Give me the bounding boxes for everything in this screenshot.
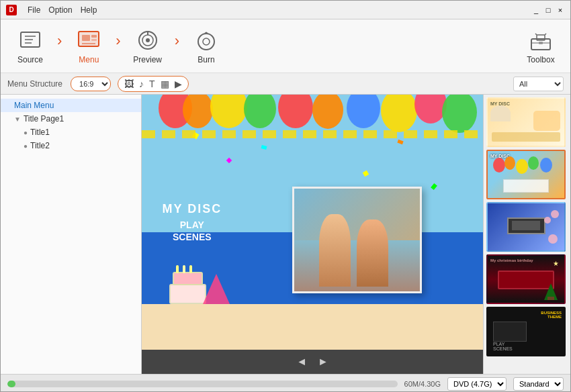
dot-2: ●	[24, 142, 28, 150]
theme-filter-select[interactable]: All Party Holiday Business	[513, 77, 564, 91]
music-icon[interactable]: ♪	[138, 78, 144, 90]
menu-step-label: Menu	[79, 55, 99, 64]
main-content: Main Menu ▼ Title Page1 ● Title1 ● Title…	[1, 95, 570, 374]
text-icon[interactable]: T	[148, 78, 156, 90]
svg-point-12	[146, 38, 150, 42]
preview-play-icon[interactable]: ▶	[174, 78, 183, 90]
arrow-1: ›	[56, 32, 63, 50]
theme-1[interactable]: MY DISC	[486, 97, 566, 147]
svg-point-14	[198, 34, 214, 50]
theme-3[interactable]	[486, 202, 566, 252]
tree-title-page1[interactable]: ▼ Title Page1	[1, 112, 141, 126]
preview-canvas: MY DISC PLAYSCENES	[142, 95, 483, 350]
source-icon	[18, 28, 42, 52]
svg-rect-6	[82, 35, 90, 41]
image-icon[interactable]: 🖼	[124, 78, 134, 90]
toolbox-label: Toolbox	[527, 55, 554, 64]
toolbox-button[interactable]: Toolbox	[518, 23, 564, 70]
svg-line-21	[545, 34, 546, 35]
expand-icon-1: ▼	[14, 115, 21, 123]
theme-4[interactable]: My christmas birthday ★	[486, 254, 566, 304]
title-page1-label: Title Page1	[24, 114, 64, 124]
dot-1: ●	[24, 129, 28, 136]
close-button[interactable]: ×	[556, 5, 565, 15]
title-bar-left: D File Option Help	[6, 5, 97, 15]
menu-structure-label: Menu Structure	[7, 79, 62, 89]
menu-help[interactable]: Help	[81, 5, 97, 15]
menu-option[interactable]: Option	[48, 5, 72, 15]
tree-title1[interactable]: ● Title1	[1, 126, 141, 139]
theme-5[interactable]: BUSINESSTHEME PLAYSCENES	[486, 307, 566, 356]
menu-bar: File Option Help	[28, 5, 97, 15]
title2-label: Title2	[30, 141, 50, 150]
main-menu-label: Main Menu	[14, 101, 54, 110]
source-button[interactable]: Source	[7, 23, 53, 70]
play-scenes-text: PLAYSCENES	[162, 219, 222, 243]
next-button[interactable]: ►	[318, 356, 328, 368]
source-label: Source	[17, 55, 43, 64]
disc-title-text: MY DISC	[162, 202, 222, 216]
layout-icon[interactable]: ▦	[160, 78, 170, 90]
title1-label: Title1	[30, 128, 50, 137]
progress-bar	[7, 381, 398, 387]
menu-step-button[interactable]: Menu	[66, 23, 112, 70]
svg-rect-8	[91, 39, 97, 41]
quality-select[interactable]: Standard High Low	[513, 377, 564, 391]
tree-title2[interactable]: ● Title2	[1, 139, 141, 152]
svg-rect-7	[91, 35, 97, 38]
theme-4-label: My christmas birthday	[490, 258, 562, 262]
maximize-button[interactable]: □	[543, 5, 553, 15]
prev-button[interactable]: ◄	[296, 356, 307, 368]
svg-point-15	[203, 38, 210, 45]
svg-line-20	[535, 34, 537, 35]
menu-file[interactable]: File	[28, 5, 40, 15]
theme-2[interactable]: MY DISC	[486, 150, 566, 199]
tree-main-menu[interactable]: Main Menu	[1, 99, 141, 112]
aspect-ratio-select[interactable]: 16:9 4:3	[71, 77, 111, 91]
arrow-2: ›	[114, 32, 122, 50]
preview-icon	[136, 28, 160, 52]
preview-controls: ◄ ►	[142, 350, 483, 374]
preview-label: Preview	[133, 55, 162, 64]
burn-button[interactable]: Burn	[183, 23, 229, 70]
title-controls: _ □ ×	[531, 5, 565, 15]
svg-rect-19	[539, 42, 543, 44]
toolbox-icon	[529, 28, 553, 52]
toolbar: Source › Menu › Preview	[1, 19, 570, 73]
left-panel: Main Menu ▼ Title Page1 ● Title1 ● Title…	[1, 95, 142, 374]
preview-area: MY DISC PLAYSCENES ◄ ►	[142, 95, 483, 374]
title-bar: D File Option Help _ □ ×	[1, 1, 570, 19]
media-icon-group: 🖼 ♪ T ▦ ▶	[118, 76, 189, 92]
arrow-3: ›	[173, 32, 181, 50]
menu-step-icon	[77, 28, 101, 52]
disc-type-select[interactable]: DVD (4.7G) BD (25G)	[447, 377, 507, 391]
burn-label: Burn	[197, 55, 214, 64]
minimize-button[interactable]: _	[531, 5, 541, 15]
app-icon: D	[6, 5, 17, 15]
right-panel: MY DISC MY DISC	[483, 95, 570, 374]
burn-icon	[194, 28, 218, 52]
progress-bar-fill	[7, 381, 15, 387]
status-bar: 60M/4.30G DVD (4.7G) BD (25G) Standard H…	[1, 374, 570, 392]
storage-info: 60M/4.30G	[404, 380, 441, 388]
sub-toolbar: Menu Structure 16:9 4:3 🖼 ♪ T ▦ ▶ All Pa…	[1, 73, 570, 95]
preview-button[interactable]: Preview	[125, 23, 171, 70]
theme-5-label: BUSINESSTHEME	[541, 311, 562, 319]
